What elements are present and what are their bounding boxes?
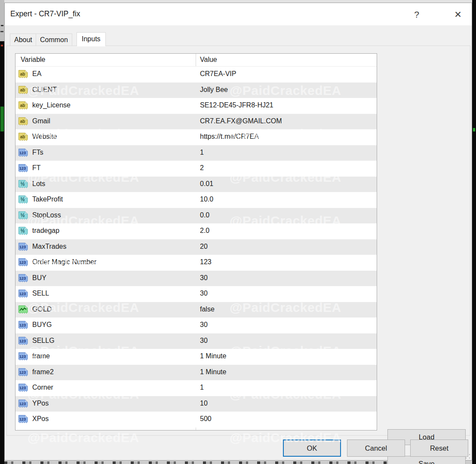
svg-text:½: ½: [20, 228, 25, 234]
table-row[interactable]: 123Corner1: [15, 380, 377, 396]
integer-type-icon: 123: [18, 242, 28, 252]
help-icon[interactable]: ?: [408, 7, 425, 22]
table-header: Variable Value: [15, 54, 377, 67]
variable-value[interactable]: 30: [200, 274, 208, 282]
variable-value[interactable]: 30: [200, 337, 208, 345]
variable-name: FT: [32, 164, 41, 172]
variable-value[interactable]: 1: [200, 149, 204, 156]
variable-value[interactable]: 2: [200, 164, 204, 172]
variable-value[interactable]: CR7.EA.FX@GMAIL.COM: [200, 117, 282, 125]
tab-common[interactable]: Common: [36, 34, 72, 46]
svg-text:ab: ab: [20, 103, 25, 108]
table-row[interactable]: ½TakeProfit10.0: [15, 192, 377, 208]
table-row[interactable]: abGmailCR7.EA.FX@GMAIL.COM: [15, 114, 377, 130]
table-row[interactable]: abWebsitehttps://t.me/CR7EA: [15, 129, 377, 145]
variable-value[interactable]: 1 Minute: [200, 352, 226, 360]
variable-value[interactable]: 20: [200, 243, 208, 250]
ok-button[interactable]: OK: [283, 440, 341, 457]
variable-name: BUYG: [32, 321, 52, 329]
svg-text:ab: ab: [20, 119, 25, 124]
resize-grip-icon[interactable]: [465, 454, 470, 459]
expert-properties-dialog: Expert - CR7-VIP_fix ? ✕ About Common In…: [4, 3, 472, 461]
save-button[interactable]: Save: [387, 456, 466, 464]
variable-value[interactable]: 500: [200, 415, 212, 423]
table-row[interactable]: 123BUY30: [15, 271, 377, 287]
table-row[interactable]: 123BUYG30: [15, 317, 377, 333]
column-header-value: Value: [200, 56, 217, 64]
variable-name: Corner: [32, 384, 53, 391]
table-row[interactable]: 123SELL30: [15, 286, 377, 302]
variable-value[interactable]: Jolly Bee: [200, 86, 228, 94]
table-row[interactable]: GOLDfalse: [15, 302, 377, 318]
variable-name: Lots: [32, 180, 45, 188]
variable-value[interactable]: https://t.me/CR7EA: [200, 133, 259, 140]
table-row[interactable]: 123frame21 Minute: [15, 365, 377, 381]
svg-text:123: 123: [19, 276, 26, 281]
variable-value[interactable]: 30: [200, 321, 208, 329]
variable-value[interactable]: CR7EA-VIP: [200, 70, 236, 78]
variable-name: CLIENT: [32, 86, 57, 94]
svg-text:ab: ab: [20, 88, 25, 92]
integer-type-icon: 123: [18, 368, 28, 377]
table-row[interactable]: 123YPos10: [15, 396, 377, 412]
table-rows: abEACR7EA-VIPabCLIENTJolly Beeabkey_Lice…: [15, 67, 377, 427]
variable-value[interactable]: 1: [200, 384, 204, 391]
integer-type-icon: 123: [18, 352, 28, 361]
string-type-icon: ab: [18, 101, 28, 110]
variable-value[interactable]: 123: [200, 258, 212, 266]
variable-name: SELLG: [32, 337, 55, 345]
variable-value[interactable]: 10: [200, 400, 208, 407]
double-type-icon: ½: [18, 180, 28, 189]
table-row[interactable]: ½StopLoss0.0: [15, 208, 377, 224]
variable-value[interactable]: 0.01: [200, 180, 213, 188]
integer-type-icon: 123: [18, 399, 28, 409]
tab-about[interactable]: About: [10, 34, 37, 46]
variable-name: Website: [32, 133, 57, 140]
variable-value[interactable]: 30: [200, 290, 208, 297]
variable-value[interactable]: 1 Minute: [200, 368, 226, 376]
table-row[interactable]: ½tradegap2.0: [15, 223, 377, 239]
svg-text:ab: ab: [20, 72, 25, 76]
variable-value[interactable]: 2.0: [200, 227, 209, 235]
titlebar[interactable]: Expert - CR7-VIP_fix ? ✕: [5, 3, 472, 25]
table-row[interactable]: 123FTs1: [15, 145, 377, 161]
table-row[interactable]: 123FT2: [15, 161, 377, 177]
svg-text:123: 123: [19, 386, 26, 390]
svg-text:123: 123: [19, 323, 26, 327]
table-row[interactable]: 123XPos500: [15, 412, 377, 427]
table-row[interactable]: 123Order Magic Number123: [15, 255, 377, 271]
svg-text:123: 123: [19, 417, 26, 421]
svg-text:123: 123: [19, 151, 26, 155]
svg-text:123: 123: [19, 370, 26, 375]
variable-name: Order Magic Number: [32, 258, 96, 266]
table-row[interactable]: 123SELLG30: [15, 333, 377, 349]
svg-text:½: ½: [20, 212, 25, 218]
variable-value[interactable]: 0.0: [200, 211, 209, 219]
background-toolbar-strip: [0, 0, 4, 41]
svg-text:ab: ab: [20, 134, 25, 139]
table-row[interactable]: 123frame1 Minute: [15, 349, 377, 365]
reset-button[interactable]: Reset: [410, 440, 468, 457]
column-header-variable: Variable: [21, 56, 46, 64]
variable-name: YPos: [32, 400, 49, 407]
variable-name: StopLoss: [32, 211, 61, 219]
integer-type-icon: 123: [18, 415, 28, 424]
variable-name: key_License: [32, 101, 71, 109]
variable-value[interactable]: false: [200, 305, 215, 313]
variable-value[interactable]: SE12-DE45-JFR8-HJ21: [200, 101, 273, 109]
screen: Expert - CR7-VIP_fix ? ✕ About Common In…: [0, 0, 476, 464]
close-icon[interactable]: ✕: [448, 7, 467, 22]
background-chart-strip: [472, 0, 476, 464]
cancel-button[interactable]: Cancel: [347, 440, 405, 457]
tab-inputs[interactable]: Inputs: [77, 32, 106, 46]
svg-text:½: ½: [20, 196, 25, 202]
table-row[interactable]: abkey_LicenseSE12-DE45-JFR8-HJ21: [15, 98, 377, 114]
variable-value[interactable]: 10.0: [200, 195, 213, 203]
table-row[interactable]: ½Lots0.01: [15, 177, 377, 192]
variable-name: EA: [32, 70, 41, 78]
svg-text:123: 123: [19, 354, 26, 359]
table-row[interactable]: abCLIENTJolly Bee: [15, 82, 377, 98]
variable-name: SELL: [32, 290, 49, 297]
table-row[interactable]: 123MaxTrades20: [15, 239, 377, 255]
table-row[interactable]: abEACR7EA-VIP: [15, 67, 377, 82]
